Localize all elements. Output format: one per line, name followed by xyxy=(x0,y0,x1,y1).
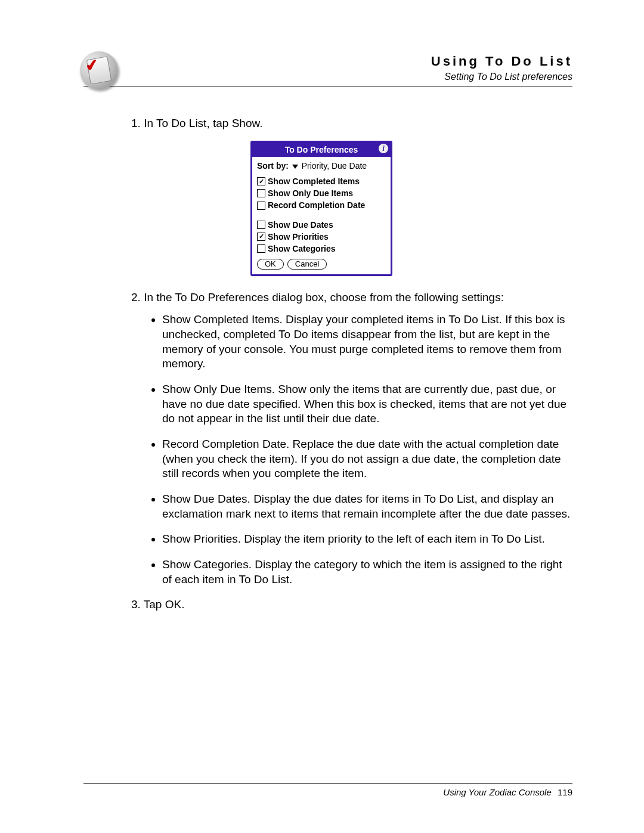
checkbox-icon[interactable] xyxy=(257,221,265,229)
ok-button[interactable]: OK xyxy=(257,259,284,270)
step-text: In the To Do Preferences dialog box, cho… xyxy=(144,291,504,304)
checkbox-label: Record Completion Date xyxy=(268,200,365,210)
chapter-title: Using To Do List xyxy=(83,54,572,69)
step-3: 3. Tap OK. xyxy=(131,597,572,612)
content-body: 1. In To Do List, tap Show. To Do Prefer… xyxy=(131,116,572,612)
step-1: 1. In To Do List, tap Show. xyxy=(131,116,572,131)
todo-preferences-dialog: To Do Preferences i Sort by: Priority, D… xyxy=(250,141,392,277)
sort-by-value: Priority, Due Date xyxy=(302,161,367,171)
checkbox-show-categories[interactable]: Show Categories xyxy=(257,243,386,254)
checkbox-icon[interactable] xyxy=(257,189,265,197)
checkbox-label: Show Completed Items xyxy=(268,176,360,187)
header-text-block: Using To Do List Setting To Do List pref… xyxy=(83,54,572,82)
bullet-show-categories: Show Categories. Display the category to… xyxy=(162,558,572,587)
checkbox-label: Show Categories xyxy=(268,243,336,254)
step-number: 3. xyxy=(131,598,141,611)
todo-clipboard-icon: ✔ xyxy=(80,51,118,89)
checkbox-label: Show Due Dates xyxy=(268,219,333,230)
cancel-button[interactable]: Cancel xyxy=(287,259,327,270)
checkbox-record-completion-date[interactable]: Record Completion Date xyxy=(257,200,386,210)
checkbox-show-only-due-items[interactable]: Show Only Due Items xyxy=(257,188,386,199)
bullet-show-only-due-items: Show Only Due Items. Show only the items… xyxy=(162,382,572,426)
step-number: 1. xyxy=(131,117,141,129)
checkbox-show-completed-items[interactable]: Show Completed Items xyxy=(257,176,386,187)
checkbox-icon[interactable] xyxy=(257,202,265,210)
info-icon[interactable]: i xyxy=(379,144,388,153)
settings-bullets: Show Completed Items. Display your compl… xyxy=(131,312,572,587)
page-header: ✔ Using To Do List Setting To Do List pr… xyxy=(83,54,572,86)
bullet-show-completed-items: Show Completed Items. Display your compl… xyxy=(162,312,572,371)
page-footer: Using Your Zodiac Console 119 xyxy=(83,783,572,797)
dialog-title-bar: To Do Preferences i xyxy=(252,143,391,157)
checkbox-label: Show Only Due Items xyxy=(268,188,353,199)
bullet-show-priorities: Show Priorities. Display the item priori… xyxy=(162,532,572,547)
sort-by-row[interactable]: Sort by: Priority, Due Date xyxy=(257,160,386,171)
step-text: In To Do List, tap Show. xyxy=(144,117,262,129)
bullet-record-completion-date: Record Completion Date. Replace the due … xyxy=(162,437,572,481)
checkbox-icon[interactable] xyxy=(257,177,265,185)
checkbox-show-due-dates[interactable]: Show Due Dates xyxy=(257,219,386,230)
page: ✔ Using To Do List Setting To Do List pr… xyxy=(0,0,644,833)
sort-by-label: Sort by: xyxy=(257,161,289,171)
checkbox-label: Show Priorities xyxy=(268,231,329,242)
step-number: 2. xyxy=(131,291,141,304)
checkbox-icon[interactable] xyxy=(257,233,265,241)
footer-book-title: Using Your Zodiac Console xyxy=(443,787,552,797)
bullet-show-due-dates: Show Due Dates. Display the due dates fo… xyxy=(162,492,572,521)
step-2: 2. In the To Do Preferences dialog box, … xyxy=(131,290,572,305)
checkbox-show-priorities[interactable]: Show Priorities xyxy=(257,231,386,242)
section-title: Setting To Do List preferences xyxy=(83,72,572,82)
dropdown-arrow-icon[interactable] xyxy=(292,165,298,169)
step-text: Tap OK. xyxy=(144,598,185,611)
dialog-title-text: To Do Preferences xyxy=(285,144,358,155)
checkbox-icon[interactable] xyxy=(257,244,265,253)
footer-page-number: 119 xyxy=(558,787,572,797)
